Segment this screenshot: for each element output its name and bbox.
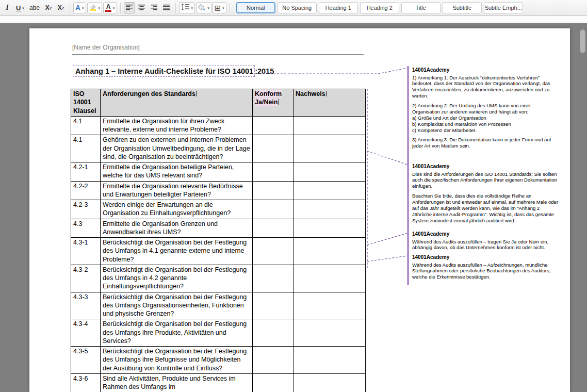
- vertical-scrollbar-thumb[interactable]: [580, 29, 585, 53]
- line-spacing-button[interactable]: ▾: [179, 2, 195, 13]
- justify-button[interactable]: [161, 2, 172, 13]
- requirement-cell[interactable]: Berücksichtigt die Organisation bei der …: [101, 292, 253, 319]
- style-chip-title[interactable]: Title: [401, 2, 441, 13]
- title-suffix: :2015: [255, 66, 274, 77]
- konform-cell[interactable]: [253, 181, 294, 200]
- subscript-button[interactable]: X2: [43, 2, 54, 13]
- shading-button[interactable]: ▾: [196, 2, 211, 13]
- konform-cell[interactable]: [253, 162, 294, 182]
- requirement-cell[interactable]: Gehören zu den externen und internen Pro…: [101, 135, 253, 162]
- style-chip-subtitle[interactable]: Subtitle: [443, 2, 482, 13]
- nachweis-cell[interactable]: [294, 219, 366, 238]
- superscript-button[interactable]: X2: [55, 2, 67, 13]
- clause-cell[interactable]: 4.3-3: [71, 292, 101, 319]
- konform-cell[interactable]: [253, 219, 294, 238]
- italic-label: I: [6, 4, 8, 12]
- clause-cell[interactable]: 4.3-4: [71, 319, 101, 347]
- konform-cell[interactable]: [253, 200, 294, 219]
- nachweis-cell[interactable]: [294, 319, 366, 347]
- subscript-mark: 2: [50, 6, 52, 10]
- style-chip-no-spacing[interactable]: No Spacing: [278, 2, 317, 13]
- konform-cell[interactable]: [253, 292, 294, 319]
- clause-cell[interactable]: 4.3-1: [71, 238, 101, 265]
- comment-2[interactable]: 14001Academy Dies sind die Anforderungen…: [412, 164, 559, 227]
- konform-cell[interactable]: [253, 347, 294, 374]
- align-center-button[interactable]: [136, 2, 148, 13]
- clause-cell[interactable]: 4.3-2: [71, 265, 101, 292]
- konform-cell[interactable]: [253, 135, 294, 162]
- table-row: 4.3-3 Berücksichtigt die Organisation be…: [71, 292, 366, 319]
- chevron-down-icon: ▾: [99, 6, 101, 10]
- col-header-klausel[interactable]: ISO 14001 Klausel: [71, 89, 101, 117]
- requirement-cell[interactable]: Berücksichtigt die Organisation bei der …: [101, 238, 253, 265]
- requirement-cell[interactable]: Berücksichtigt die Organisation bei der …: [101, 265, 253, 292]
- toolbar-separator: [230, 3, 230, 13]
- header-label: Ja/Nein: [255, 99, 278, 106]
- comment-1[interactable]: 14001Academy 1) Anmerkung 1: Der Ausdruc…: [412, 67, 559, 153]
- organisation-name-underline: [72, 54, 364, 55]
- clause-cell[interactable]: 4.3-6: [71, 373, 101, 392]
- konform-cell[interactable]: [253, 319, 294, 347]
- align-right-icon: [151, 4, 157, 12]
- document-title[interactable]: Anhang 1 – Interne Audit-Checkliste für …: [73, 66, 274, 77]
- style-chip-normal[interactable]: Normal: [236, 2, 275, 13]
- clause-cell[interactable]: 4.1: [71, 116, 101, 135]
- borders-button[interactable]: ⊞ ▾: [213, 2, 226, 13]
- requirement-cell[interactable]: Ermittelte die Organisation für ihren Zw…: [101, 116, 253, 135]
- requirement-cell[interactable]: Sind alle Aktivitäten, Produkte und Serv…: [101, 373, 253, 392]
- col-header-nachweis[interactable]: Nachweis: [294, 89, 366, 117]
- chevron-down-icon: ▾: [82, 6, 84, 10]
- col-header-anforderungen[interactable]: Anforderungen des Standards: [101, 89, 253, 117]
- document-page[interactable]: [Name der Organisation] Anhang 1 – Inter…: [29, 28, 570, 392]
- requirement-cell[interactable]: Ermittelte die Organisation beteiligte P…: [101, 162, 253, 182]
- requirement-cell[interactable]: Ermittelte die Organisation relevante Be…: [101, 181, 253, 200]
- highlight-button[interactable]: ▾: [87, 2, 103, 13]
- header-label: Anforderungen des Standards: [103, 90, 195, 97]
- clause-cell[interactable]: 4.3-5: [71, 347, 101, 374]
- nachweis-cell[interactable]: [294, 181, 366, 200]
- nachweis-cell[interactable]: [294, 265, 366, 292]
- requirement-cell[interactable]: Berücksichtigt die Organisation bei der …: [101, 347, 253, 374]
- nachweis-cell[interactable]: [294, 116, 366, 135]
- konform-cell[interactable]: [253, 116, 294, 135]
- align-left-button[interactable]: [124, 2, 135, 13]
- konform-cell[interactable]: [253, 373, 294, 392]
- nachweis-cell[interactable]: [294, 292, 366, 319]
- comment-3[interactable]: 14001Academy Während des Audits auszufül…: [412, 231, 559, 254]
- toolbar-subband: [0, 16, 587, 23]
- nachweis-cell[interactable]: [294, 373, 366, 392]
- clause-cell[interactable]: 4.3: [71, 219, 101, 238]
- strikethrough-button[interactable]: abe: [27, 2, 42, 13]
- table-row: 4.1 Gehören zu den externen und internen…: [71, 135, 366, 162]
- clause-cell[interactable]: 4.1: [71, 135, 101, 162]
- konform-cell[interactable]: [253, 238, 294, 265]
- italic-button[interactable]: I: [2, 2, 13, 13]
- text-effects-button[interactable]: A▾: [73, 2, 86, 13]
- clause-cell[interactable]: 4.2-2: [71, 181, 101, 200]
- col-header-konform[interactable]: KonformJa/Nein: [253, 89, 294, 117]
- style-chip-heading2[interactable]: Heading 2: [360, 2, 399, 13]
- nachweis-cell[interactable]: [294, 162, 366, 182]
- subscript-base: X: [45, 4, 50, 11]
- requirement-cell[interactable]: Werden einige der Erwartungen an die Org…: [101, 200, 253, 219]
- table-header-row: ISO 14001 Klausel Anforderungen des Stan…: [71, 89, 366, 117]
- requirement-cell[interactable]: Berücksichtigt die Organisation bei der …: [101, 319, 253, 347]
- style-chip-subtle-emphasis[interactable]: Subtle Emph...: [484, 2, 523, 13]
- requirement-cell[interactable]: Ermittelte die Organisation Grenzen und …: [101, 219, 253, 238]
- comment-4[interactable]: 14001Academy Während des Audits auszufül…: [412, 254, 559, 284]
- formatting-toolbar: I U▾ abe X2 X2 A▾ ▾ A ▾ ▾ ▾ ⊞: [0, 0, 587, 16]
- nachweis-cell[interactable]: [294, 238, 366, 265]
- nachweis-cell[interactable]: [294, 347, 366, 374]
- style-label: No Spacing: [282, 5, 312, 11]
- organisation-name-placeholder[interactable]: [Name der Organisation]: [72, 44, 140, 51]
- chevron-down-icon: ▾: [22, 6, 24, 10]
- font-color-button[interactable]: A ▾: [103, 2, 117, 13]
- nachweis-cell[interactable]: [294, 200, 366, 219]
- konform-cell[interactable]: [253, 265, 294, 292]
- underline-button[interactable]: U▾: [14, 2, 26, 13]
- style-chip-heading1[interactable]: Heading 1: [319, 2, 358, 13]
- clause-cell[interactable]: 4.2-1: [71, 162, 101, 182]
- clause-cell[interactable]: 4.2-3: [71, 200, 101, 219]
- align-right-button[interactable]: [149, 2, 160, 13]
- nachweis-cell[interactable]: [294, 135, 366, 162]
